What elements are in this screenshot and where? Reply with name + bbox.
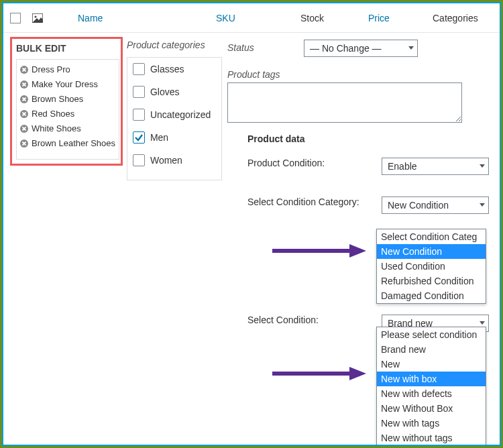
bulk-edit-item[interactable]: White Shoes xyxy=(19,121,116,136)
dropdown-option[interactable]: New without tags xyxy=(377,431,486,445)
dropdown-option[interactable]: Damaged Condition xyxy=(377,288,486,303)
category-label: Men xyxy=(150,132,168,143)
category-checkbox[interactable] xyxy=(133,154,145,166)
dropdown-option[interactable]: New with tags xyxy=(377,416,486,431)
categories-column: Product categories GlassesGlovesUncatego… xyxy=(127,33,222,445)
remove-icon[interactable] xyxy=(19,80,29,89)
svg-marker-11 xyxy=(349,367,366,380)
remove-icon[interactable] xyxy=(19,65,29,74)
col-stock: Stock xyxy=(300,13,341,23)
category-label: Uncategorized xyxy=(150,109,211,120)
status-select[interactable]: — No Change — xyxy=(304,40,418,57)
arrow-icon xyxy=(272,244,366,258)
condition-category-dropdown[interactable]: Select Condition CategNew ConditionUsed … xyxy=(376,229,486,304)
category-checkbox[interactable] xyxy=(133,63,145,75)
image-column-icon xyxy=(32,13,44,23)
remove-icon[interactable] xyxy=(19,139,29,148)
col-price[interactable]: Price xyxy=(368,13,408,23)
dropdown-option[interactable]: New Condition xyxy=(377,244,486,259)
bulk-edit-item[interactable]: Brown Leather Shoes xyxy=(19,136,116,151)
bulk-edit-item[interactable]: Dress Pro xyxy=(19,62,116,77)
dropdown-option[interactable]: New Without Box xyxy=(377,401,486,416)
categories-list[interactable]: GlassesGlovesUncategorizedMenWomen xyxy=(127,57,222,180)
column-header-row: Name SKU Stock Price Categories xyxy=(3,3,500,33)
product-condition-label: Product Condition: xyxy=(247,158,368,168)
bulk-edit-title: BULK EDIT xyxy=(16,43,119,54)
bulk-item-label: Brown Leather Shoes xyxy=(32,136,115,151)
category-row[interactable]: Uncategorized xyxy=(127,103,221,126)
dropdown-option[interactable]: Used Condition xyxy=(377,259,486,274)
category-checkbox[interactable] xyxy=(133,109,145,121)
dropdown-option[interactable]: New with defects xyxy=(377,386,486,401)
category-checkbox[interactable] xyxy=(133,131,145,144)
dropdown-option[interactable]: Refurbished Condition xyxy=(377,274,486,288)
select-all-checkbox[interactable] xyxy=(10,13,21,23)
category-row[interactable]: Women xyxy=(127,149,221,172)
bulk-edit-item[interactable]: Red Shoes xyxy=(19,107,116,121)
bulk-item-label: Red Shoes xyxy=(32,107,74,121)
dropdown-option[interactable]: Please select condition xyxy=(377,327,486,342)
bulk-edit-item[interactable]: Brown Shoes xyxy=(19,92,116,107)
tags-textarea[interactable] xyxy=(227,82,462,123)
dropdown-option[interactable]: New xyxy=(377,357,486,372)
category-label: Glasses xyxy=(150,64,184,74)
condition-category-label: Select Condition Category: xyxy=(247,197,368,207)
bulk-edit-panel: BULK EDIT Dress ProMake Your DressBrown … xyxy=(10,37,123,166)
remove-icon[interactable] xyxy=(19,95,29,104)
select-condition-label: Select Condition: xyxy=(247,315,368,325)
condition-category-select[interactable]: New Condition xyxy=(382,197,489,214)
bulk-item-label: Make Your Dress xyxy=(32,77,98,92)
product-data-title: Product data xyxy=(247,133,489,144)
svg-point-1 xyxy=(35,15,37,17)
remove-icon[interactable] xyxy=(19,109,29,119)
tags-label: Product tags xyxy=(227,66,294,80)
category-label: Gloves xyxy=(150,87,180,97)
category-row[interactable]: Men xyxy=(127,126,221,149)
bulk-item-label: Brown Shoes xyxy=(32,92,83,107)
svg-marker-9 xyxy=(349,244,366,258)
category-checkbox[interactable] xyxy=(133,86,145,98)
category-row[interactable]: Gloves xyxy=(127,80,221,103)
select-condition-dropdown[interactable]: Please select conditionBrand newNewNew w… xyxy=(376,327,486,446)
category-row[interactable]: Glasses xyxy=(127,58,221,80)
right-panel: Status — No Change — Product tags Produc… xyxy=(222,33,500,445)
bulk-edit-list[interactable]: Dress ProMake Your DressBrown ShoesRed S… xyxy=(16,59,119,160)
categories-title: Product categories xyxy=(127,40,222,50)
status-label: Status xyxy=(227,40,294,53)
col-categories: Categories xyxy=(433,13,478,23)
dropdown-option[interactable]: Select Condition Categ xyxy=(377,229,486,244)
bulk-edit-item[interactable]: Make Your Dress xyxy=(19,77,116,92)
bulk-item-label: Dress Pro xyxy=(32,62,70,77)
category-label: Women xyxy=(150,155,182,166)
app-window: Name SKU Stock Price Categories BULK EDI… xyxy=(2,2,501,446)
col-name[interactable]: Name xyxy=(78,13,145,23)
dropdown-option[interactable]: Brand new xyxy=(377,342,486,357)
col-sku[interactable]: SKU xyxy=(216,13,256,23)
arrow-icon xyxy=(272,367,366,380)
bulk-item-label: White Shoes xyxy=(32,121,81,136)
remove-icon[interactable] xyxy=(19,124,29,133)
product-condition-select[interactable]: Enable xyxy=(382,158,489,175)
dropdown-option[interactable]: New with box xyxy=(377,372,486,386)
